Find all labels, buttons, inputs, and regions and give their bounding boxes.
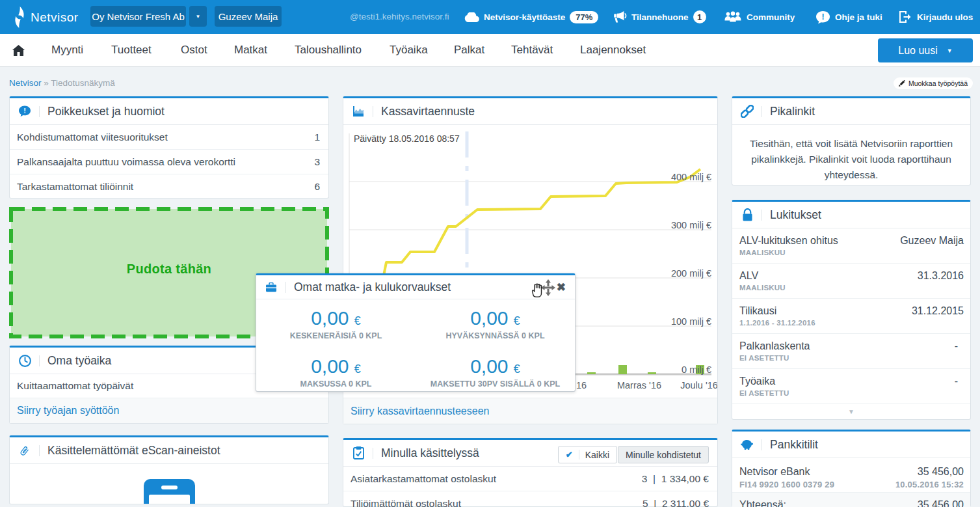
svg-text:!: ! [821, 12, 824, 21]
svg-text:Marras '16: Marras '16 [617, 380, 661, 391]
svg-text:200 milj €: 200 milj € [671, 268, 711, 279]
svg-text:100 milj €: 100 milj € [671, 316, 711, 327]
svg-text:400 milj €: 400 milj € [671, 172, 711, 182]
svg-text:16: 16 [576, 380, 587, 391]
svg-text:300 milj €: 300 milj € [671, 220, 711, 230]
svg-text:Joulu '16: Joulu '16 [680, 380, 717, 391]
svg-text:!: ! [23, 107, 26, 115]
svg-text:0 milj €: 0 milj € [682, 364, 711, 375]
svg-text:Päivätty 18.05.2016 08:57: Päivätty 18.05.2016 08:57 [354, 133, 460, 144]
